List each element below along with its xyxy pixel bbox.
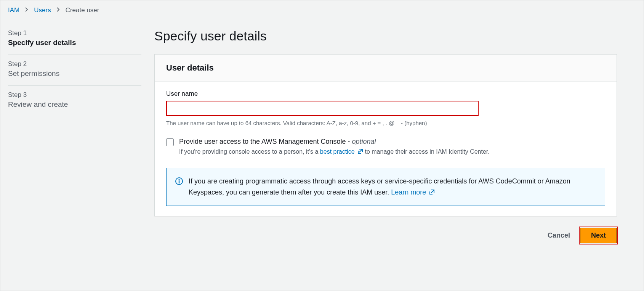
info-alert: If you are creating programmatic access …	[166, 168, 605, 206]
step-1: Step 1 Specify user details	[8, 24, 141, 55]
chevron-right-icon	[25, 6, 29, 14]
chevron-right-icon	[56, 6, 60, 14]
next-button[interactable]: Next	[580, 228, 617, 243]
info-text: If you are creating programmatic access …	[189, 176, 596, 198]
step-title: Specify user details	[8, 39, 141, 47]
username-input[interactable]	[166, 101, 479, 116]
console-access-description: If you're providing console access to a …	[179, 147, 490, 156]
info-icon	[175, 177, 183, 185]
cancel-button[interactable]: Cancel	[546, 228, 572, 243]
learn-more-link[interactable]: Learn more	[391, 188, 435, 196]
step-number: Step 2	[8, 60, 141, 68]
external-link-icon	[357, 148, 363, 154]
best-practice-link[interactable]: best practice	[320, 148, 363, 155]
username-label: User name	[166, 90, 605, 98]
step-title: Review and create	[8, 100, 141, 109]
breadcrumb: IAM Users Create user	[0, 0, 644, 19]
svg-point-1	[179, 179, 180, 180]
breadcrumb-current: Create user	[66, 6, 99, 14]
step-title: Set permissions	[8, 69, 141, 78]
step-number: Step 1	[8, 29, 141, 37]
console-access-label: Provide user access to the AWS Managemen…	[179, 138, 490, 146]
step-2[interactable]: Step 2 Set permissions	[8, 55, 141, 86]
wizard-steps: Step 1 Specify user details Step 2 Set p…	[0, 19, 149, 116]
step-number: Step 3	[8, 91, 141, 99]
console-access-checkbox[interactable]	[166, 138, 174, 146]
breadcrumb-link-iam[interactable]: IAM	[8, 6, 19, 14]
step-3[interactable]: Step 3 Review and create	[8, 86, 141, 116]
user-details-panel: User details User name The user name can…	[154, 54, 617, 216]
breadcrumb-link-users[interactable]: Users	[34, 6, 51, 14]
panel-title: User details	[166, 63, 605, 73]
page-title: Specify user details	[154, 29, 617, 43]
external-link-icon	[429, 188, 435, 194]
svg-rect-2	[179, 180, 179, 183]
username-hint: The user name can have up to 64 characte…	[166, 120, 605, 126]
wizard-actions: Cancel Next	[0, 216, 644, 251]
